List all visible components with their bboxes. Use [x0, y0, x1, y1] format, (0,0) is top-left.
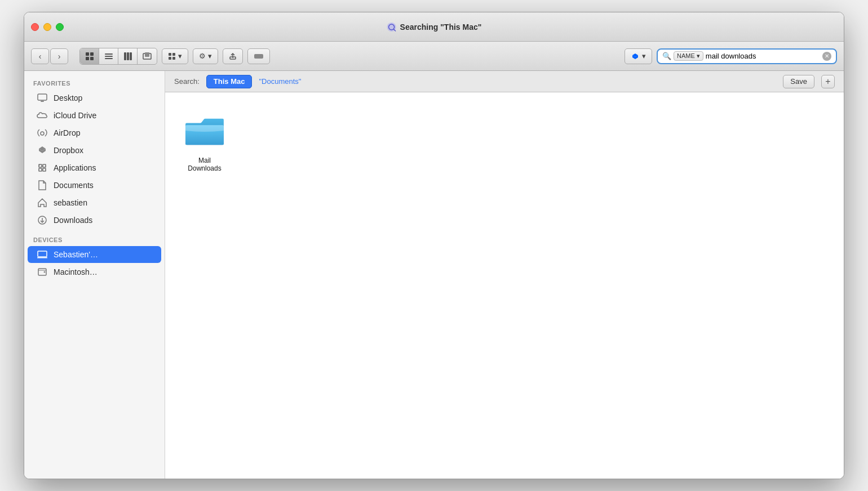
main-area: Favorites Desktop iCloud Dri [24, 71, 844, 479]
svg-point-40 [44, 271, 46, 273]
sidebar-item-sebastien-mac[interactable]: Sebastien'… [28, 246, 161, 263]
group-button[interactable]: ▾ [162, 48, 188, 64]
forward-button[interactable]: › [50, 48, 68, 64]
hdd-icon [37, 266, 48, 278]
sidebar-item-documents[interactable]: Documents [28, 177, 161, 194]
svg-rect-34 [43, 168, 46, 171]
sidebar: Favorites Desktop iCloud Dri [24, 71, 165, 479]
favorites-label: Favorites [24, 78, 165, 89]
svg-rect-5 [86, 57, 89, 60]
settings-button[interactable]: ⚙ ▾ [193, 48, 218, 64]
settings-arrow-icon: ▾ [208, 52, 212, 60]
maximize-button[interactable] [56, 23, 64, 31]
cover-view-button[interactable] [138, 48, 157, 64]
file-area: Mail Downloads [165, 92, 844, 479]
sidebar-item-sebastien-mac-label: Sebastien'… [54, 250, 98, 259]
grid-view-icon [85, 52, 94, 61]
svg-rect-8 [105, 56, 113, 57]
cloud-icon [37, 110, 48, 121]
search-bar: 🔍 NAME ▾ ✕ [657, 48, 837, 64]
sidebar-item-icloud[interactable]: iCloud Drive [28, 107, 161, 124]
list-view-icon [104, 52, 113, 61]
sidebar-item-sebastien[interactable]: sebastien [28, 194, 161, 211]
documents-icon [37, 180, 48, 191]
svg-rect-32 [43, 164, 46, 167]
sidebar-item-airdrop-label: AirDrop [54, 128, 80, 137]
svg-rect-15 [169, 53, 171, 56]
close-button[interactable] [31, 23, 39, 31]
sidebar-item-dropbox[interactable]: Dropbox [28, 142, 161, 159]
svg-rect-33 [39, 168, 42, 171]
sidebar-item-downloads[interactable]: Downloads [28, 212, 161, 229]
sidebar-item-icloud-label: iCloud Drive [54, 111, 96, 120]
sidebar-item-airdrop[interactable]: AirDrop [28, 124, 161, 141]
sidebar-item-desktop-label: Desktop [54, 93, 82, 102]
close-icon: ✕ [825, 53, 829, 59]
search-name-tag[interactable]: NAME ▾ [674, 51, 703, 61]
window-title: Searching "This Mac" [400, 23, 482, 32]
titlebar: Searching "This Mac" [24, 12, 844, 42]
column-view-icon [123, 52, 132, 61]
svg-rect-16 [172, 53, 175, 56]
downloads-icon [37, 215, 48, 226]
finder-icon [387, 22, 397, 32]
share-button[interactable] [223, 48, 243, 64]
svg-rect-37 [38, 251, 47, 257]
dropbox-arrow-icon: ▾ [642, 52, 646, 60]
sidebar-item-downloads-label: Downloads [54, 216, 92, 225]
cover-view-icon [143, 52, 152, 61]
add-scope-button[interactable]: + [821, 75, 835, 88]
dropbox-button[interactable]: ▾ [625, 48, 652, 64]
sidebar-item-sebastien-label: sebastien [54, 198, 87, 207]
search-clear-button[interactable]: ✕ [822, 52, 831, 61]
sidebar-item-dropbox-label: Dropbox [54, 146, 83, 155]
desktop-icon [37, 92, 48, 104]
sidebar-item-applications-label: Applications [54, 163, 96, 172]
this-mac-scope-button[interactable]: This Mac [206, 75, 253, 88]
svg-rect-21 [254, 54, 263, 59]
dropbox-icon [631, 52, 640, 61]
sidebar-item-applications[interactable]: Applications [28, 159, 161, 176]
group-icon [168, 52, 176, 60]
content-pane: Search: This Mac "Documents" Save + [165, 71, 844, 479]
traffic-lights [31, 23, 64, 31]
folder-icon [183, 113, 227, 148]
sidebar-item-desktop[interactable]: Desktop [28, 90, 161, 106]
svg-rect-38 [37, 257, 47, 258]
svg-rect-17 [169, 57, 171, 60]
documents-scope-button[interactable]: "Documents" [259, 77, 301, 86]
svg-rect-18 [172, 57, 175, 60]
dropbox-sidebar-icon [37, 145, 48, 156]
share-icon [229, 52, 237, 60]
back-button[interactable]: ‹ [31, 48, 49, 64]
svg-rect-10 [124, 52, 126, 60]
svg-rect-25 [38, 94, 47, 100]
save-button[interactable]: Save [783, 75, 814, 88]
file-item-mail-downloads-label: Mail Downloads [181, 157, 228, 172]
search-name-label: NAME ▾ [677, 52, 700, 60]
minimize-button[interactable] [43, 23, 51, 31]
gear-icon: ⚙ [199, 52, 206, 60]
svg-rect-11 [127, 52, 129, 60]
icon-view-button[interactable] [80, 48, 99, 64]
search-input[interactable] [706, 52, 820, 60]
column-view-button[interactable] [118, 48, 138, 64]
home-icon [37, 197, 48, 208]
laptop-icon [37, 249, 48, 260]
sidebar-item-documents-label: Documents [54, 181, 94, 190]
finder-window: Searching "This Mac" ‹ › [24, 12, 844, 479]
scope-bar: Search: This Mac "Documents" Save + [165, 71, 844, 92]
svg-rect-9 [105, 58, 113, 59]
sidebar-item-macintosh[interactable]: Macintosh… [28, 264, 161, 280]
file-item-mail-downloads[interactable]: Mail Downloads [176, 104, 233, 177]
airdrop-icon [37, 127, 48, 139]
tag-icon [254, 52, 264, 60]
toolbar: ‹ › [24, 42, 844, 71]
list-view-button[interactable] [99, 48, 118, 64]
svg-point-27 [41, 132, 44, 135]
svg-rect-14 [145, 52, 149, 57]
svg-rect-6 [90, 57, 94, 60]
sidebar-item-macintosh-label: Macintosh… [54, 267, 98, 276]
tag-button[interactable] [247, 48, 270, 64]
search-label: Search: [174, 77, 200, 86]
